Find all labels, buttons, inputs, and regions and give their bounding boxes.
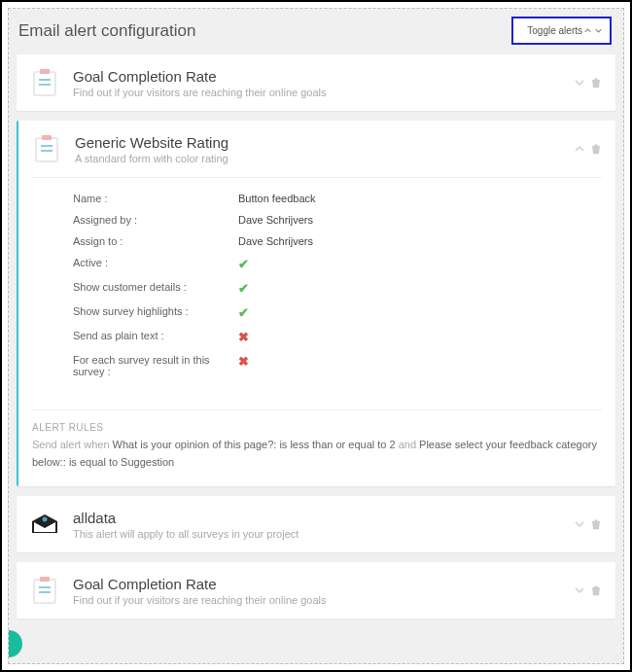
trash-icon[interactable] bbox=[590, 77, 602, 88]
chevron-down-icon bbox=[595, 27, 602, 34]
detail-label: Assigned by : bbox=[73, 214, 238, 226]
detail-row-active: Active : ✔ bbox=[73, 252, 602, 276]
rules-and: and bbox=[396, 439, 419, 450]
trash-icon[interactable] bbox=[590, 143, 602, 155]
clipboard-icon bbox=[30, 66, 59, 99]
check-icon: ✔ bbox=[238, 281, 249, 296]
detail-row-assigned-by: Assigned by : Dave Schrijvers bbox=[73, 209, 602, 230]
alert-card: alldata This alert will apply to all sur… bbox=[17, 496, 615, 552]
detail-value: Dave Schrijvers bbox=[238, 214, 313, 226]
toggle-alerts-button[interactable]: Toggle alerts bbox=[511, 17, 612, 45]
alert-card-expanded: Generic Website Rating A standard form w… bbox=[17, 121, 615, 486]
detail-label: Show customer details : bbox=[73, 281, 238, 296]
detail-label: Name : bbox=[73, 193, 238, 204]
chevron-down-icon[interactable] bbox=[575, 519, 584, 529]
detail-label: Send as plain text : bbox=[73, 330, 238, 344]
cross-icon: ✖ bbox=[238, 354, 249, 377]
trash-icon[interactable] bbox=[590, 518, 602, 530]
detail-label: Assign to : bbox=[73, 235, 238, 247]
cross-icon: ✖ bbox=[238, 330, 249, 344]
card-subtitle: Find out if your visitors are reaching t… bbox=[73, 594, 561, 606]
alert-card: Goal Completion Rate Find out if your vi… bbox=[17, 54, 615, 111]
check-icon: ✔ bbox=[238, 257, 249, 271]
card-subtitle: Find out if your visitors are reaching t… bbox=[73, 87, 561, 98]
alert-rules-heading: ALERT RULES bbox=[32, 422, 602, 433]
detail-value: Dave Schrijvers bbox=[238, 235, 313, 247]
svg-rect-10 bbox=[40, 577, 50, 582]
detail-row-customer: Show customer details : ✔ bbox=[73, 276, 602, 301]
detail-row-highlights: Show survey highlights : ✔ bbox=[73, 301, 602, 325]
card-title: Generic Website Rating bbox=[75, 134, 561, 151]
detail-label: For each survey result in this survey : bbox=[73, 354, 238, 377]
detail-label: Active : bbox=[73, 257, 238, 271]
card-title: Goal Completion Rate bbox=[73, 576, 561, 592]
alert-rules-text: Send alert when What is your opinion of … bbox=[32, 437, 602, 471]
detail-row-each: For each survey result in this survey : … bbox=[73, 349, 602, 382]
rules-cond1: What is your opinion of this page?: is l… bbox=[113, 439, 396, 450]
check-icon: ✔ bbox=[238, 305, 249, 320]
trash-icon[interactable] bbox=[590, 584, 602, 596]
chevron-up-icon[interactable] bbox=[575, 144, 584, 154]
detail-label: Show survey highlights : bbox=[73, 305, 238, 320]
detail-row-plain: Send as plain text : ✖ bbox=[73, 325, 602, 349]
rules-prefix: Send alert when bbox=[32, 439, 113, 450]
chevron-down-icon[interactable] bbox=[575, 78, 584, 88]
detail-row-assign-to: Assign to : Dave Schrijvers bbox=[73, 230, 602, 252]
svg-rect-5 bbox=[42, 135, 52, 140]
svg-rect-1 bbox=[40, 69, 50, 74]
clipboard-icon bbox=[30, 574, 59, 607]
toggle-alerts-label: Toggle alerts bbox=[527, 25, 582, 36]
detail-row-name: Name : Button feedback bbox=[73, 188, 602, 209]
alert-rules-section: ALERT RULES Send alert when What is your… bbox=[32, 409, 602, 486]
card-title: alldata bbox=[73, 510, 561, 526]
card-subtitle: This alert will apply to all surveys in … bbox=[73, 528, 561, 540]
page-title: Email alert configuration bbox=[18, 21, 195, 41]
svg-point-8 bbox=[43, 517, 48, 522]
envelope-icon bbox=[30, 508, 59, 541]
card-subtitle: A standard form with color rating bbox=[75, 153, 561, 164]
clipboard-icon bbox=[32, 132, 61, 165]
fab-button[interactable] bbox=[8, 630, 22, 657]
card-title: Goal Completion Rate bbox=[73, 68, 561, 85]
chevron-up-icon bbox=[584, 27, 591, 34]
alert-card: Goal Completion Rate Find out if your vi… bbox=[17, 562, 615, 619]
chevron-down-icon[interactable] bbox=[575, 585, 584, 595]
detail-value: Button feedback bbox=[238, 193, 316, 204]
